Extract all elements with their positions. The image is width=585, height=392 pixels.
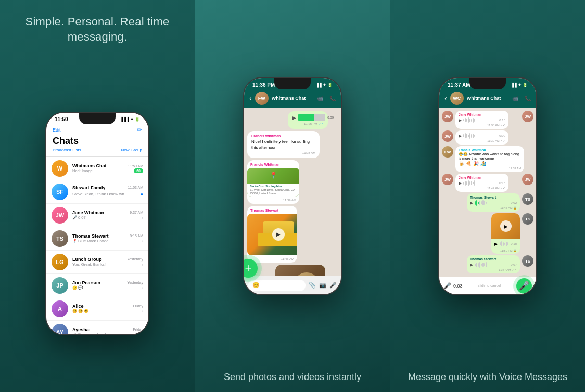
wave-bar [484, 263, 485, 266]
wave-bar [466, 181, 467, 185]
phone-icon[interactable]: 📞 [329, 96, 336, 101]
p3-waveform-7 [475, 262, 509, 268]
p3-play-icon-5[interactable]: ▶ [470, 201, 473, 205]
wave-bar [507, 242, 508, 245]
chat-badge: 60 [134, 168, 143, 173]
wave-bar [468, 135, 469, 137]
video-play-icon[interactable]: ▶ [272, 228, 285, 241]
chat-name: Lunch Group [72, 257, 102, 262]
p3-play-icon-4[interactable]: ▶ [459, 181, 462, 186]
chat-time: Friday [133, 304, 143, 308]
p3-sender-3: Francis Whitman [459, 148, 521, 152]
emoji-icon: 🏄 [480, 161, 486, 166]
p3-message-4: JW Jane Whitman ▶ [442, 174, 533, 192]
p3-bubble-3: Francis Whitman 😂😂 Anyone who wants to t… [455, 146, 524, 172]
chat-item[interactable]: LG Lunch Group Yesterday You: Great, tha… [46, 251, 148, 274]
voice-mic-button[interactable]: 🎤 [516, 278, 532, 294]
conv-name-2: Whitmans Chat [272, 96, 314, 101]
chat-info: Lunch Group Yesterday You: Great, thanks… [72, 257, 143, 267]
msg-text: Nice! I definitely feel like surfing thi… [251, 139, 315, 150]
chat-item[interactable]: AY Ayesha: Friday 🕶 It's the weekend › [46, 321, 148, 334]
msg-time: 11:38 AM [302, 151, 315, 155]
fab-container: + [243, 255, 262, 282]
back-icon[interactable]: ‹ [249, 94, 252, 102]
chevron-right-icon: › [142, 309, 143, 314]
chat-item[interactable]: SF Stewart Family 11:03 AM Steve: Yeah, … [46, 180, 148, 204]
chat-item[interactable]: TS Thomas Stewart 9:15 AM 📍 Blue Rock Co… [46, 227, 148, 251]
notch-1 [79, 113, 116, 124]
p3-message-3: FW Francis Whitman 😂😂 Anyone who wants t… [442, 146, 533, 172]
screen-1: 11:50 ▐▐▐ ✦ 🔋 Edit ✏ Chats Broadcast Lis… [46, 113, 148, 334]
p3-play-icon[interactable]: ▶ [459, 118, 462, 123]
camera-icon[interactable]: 📷 [319, 282, 326, 289]
wave-bar [468, 180, 469, 186]
msg-time: 11:36 PM [304, 122, 317, 126]
wave-bar [471, 134, 472, 138]
wave-bar [481, 264, 482, 266]
phone-icon-3[interactable]: 📞 [525, 96, 531, 101]
p3-avatar-thomas3: TS [522, 255, 533, 267]
chat-item[interactable]: JP Jon Pearson Yesterday 🙂 💬 › [46, 274, 148, 297]
video-play-icon-2[interactable]: ▶ [500, 220, 512, 232]
conv-avatar-2: FW [255, 92, 269, 105]
p3-time-5: 11:43 AM 🔒 [470, 206, 517, 210]
wave-bar [479, 201, 480, 205]
video-thumb: ▶ [491, 213, 520, 239]
panel2-caption: Send photos and videos instantly [208, 362, 377, 392]
back-icon-3[interactable]: ‹ [444, 94, 447, 102]
p3-audio-7: ▶ [470, 262, 517, 268]
p3-duration-1: 0:15 [499, 119, 505, 122]
panel-2: 11:36 PM ▐▐ ✦ 🔋 ‹ FW Whitmans Chat 📹 📞 [195, 0, 390, 392]
chat-info: Ayesha: Friday 🕶 It's the weekend › [72, 327, 143, 334]
wave-bar [473, 134, 474, 138]
chat-preview: Steve: Yeah, I think I know what you m..… [72, 192, 130, 197]
chat-time: Yesterday [127, 281, 143, 284]
chat-item[interactable]: W Whitmans Chat 11:50 AM Ned: Image 60 [46, 157, 148, 180]
chat-time: 11:50 AM [128, 164, 143, 168]
conv-header-3: ‹ WC Whitmans Chat 📹 📞 [439, 89, 536, 108]
p3-play-icon-2[interactable]: ▶ [459, 134, 462, 138]
chat-name: Alice [72, 304, 84, 309]
p3-sender-1: Jane Whitman [459, 113, 505, 116]
attachment-icon[interactable]: 📎 [309, 282, 316, 289]
p3-play-icon-7[interactable]: ▶ [470, 263, 473, 267]
p3-duration-4: 0:15 [499, 181, 505, 185]
chat-item[interactable]: JW Jane Whitman 9:37 AM 🎤 0:07 › [46, 204, 148, 227]
p3-message-5: TS Thomas Stewart ▶ [442, 193, 533, 212]
video-icon[interactable]: 📹 [317, 96, 323, 101]
chat-time: 11:03 AM [128, 186, 143, 189]
chat-info: Whitmans Chat 11:50 AM Ned: Image 60 [72, 163, 143, 173]
emoji-icon[interactable]: 😊 [252, 282, 260, 289]
wave-bar [466, 119, 467, 122]
chevron-right-icon: › [142, 285, 143, 291]
chat-item[interactable]: A Alice Friday 😊 😊 😊 › [46, 297, 148, 321]
wave-bar [484, 201, 485, 205]
video-icon-3[interactable]: 📹 [512, 96, 518, 101]
p3-duration-2: 0:09 [499, 134, 505, 137]
v-play-icon[interactable]: ▶ [494, 242, 498, 246]
compose-icon[interactable]: ✏ [137, 126, 142, 134]
fab-button[interactable]: + [243, 259, 258, 278]
p3-message-2: JW ▶ [442, 130, 533, 145]
chat-name: Jon Pearson [72, 280, 100, 285]
p3-avatar-jane: JW [442, 111, 453, 122]
new-group-link[interactable]: New Group [121, 148, 142, 152]
p3-audio-4: ▶ [459, 180, 505, 186]
chat-info: Stewart Family 11:03 AM Steve: Yeah, I t… [72, 185, 143, 199]
wave-bar [475, 264, 476, 266]
wave-bar [478, 263, 479, 267]
fab-glow: + [243, 255, 262, 282]
edit-button[interactable]: Edit [53, 127, 61, 133]
wave-bar [500, 242, 501, 245]
chat-preview: 📍 Blue Rock Coffee [72, 239, 108, 243]
waveform [298, 114, 325, 121]
wave-bar [479, 262, 480, 268]
chevron-right-icon: › [142, 215, 143, 220]
p3-text-3: 😂😂 Anyone who wants to tag along is more… [459, 152, 521, 160]
wave-bar [473, 182, 474, 184]
broadcast-link[interactable]: Broadcast Lists [53, 148, 81, 152]
mic-icon[interactable]: 🎤 [329, 282, 337, 289]
location-addr: 71 West Cliff Drive, Santa Cruz, CA 9506… [250, 188, 297, 195]
play-icon[interactable]: ▶ [292, 114, 296, 121]
p3-message-6: TS ▶ ▶ [442, 213, 533, 254]
